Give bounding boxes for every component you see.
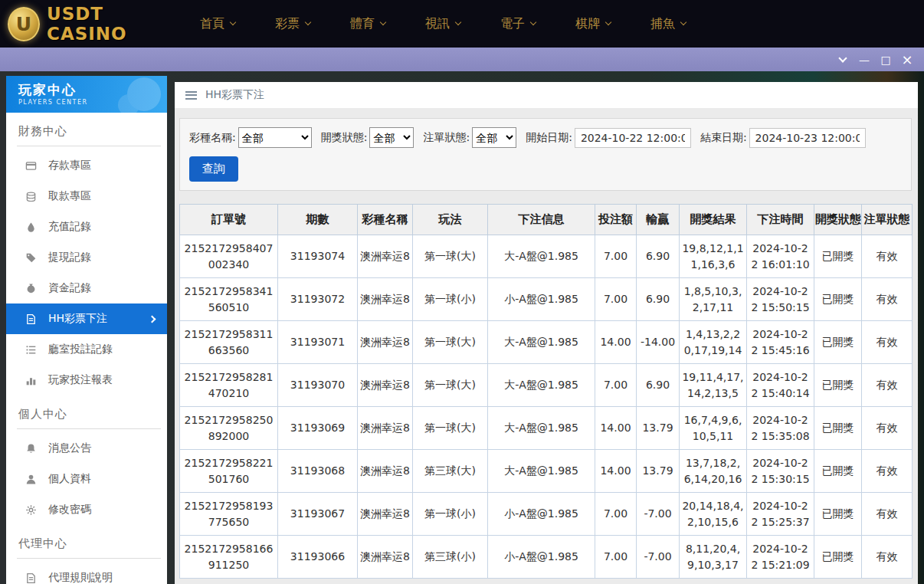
sidebar-item[interactable]: 廳室投註記錄 [6,334,167,365]
cell-bet_info: 大-A盤@1.985 [488,235,595,278]
filter-row: 彩種名稱: 全部 開獎狀態: 全部 注單狀態: 全部 開始日期: 結束日期: [189,127,902,148]
breadcrumb: HH彩票下注 [175,82,918,108]
cell-bet_info: 大-A盤@1.985 [488,364,595,407]
window-titlebar: — □ × [0,48,924,71]
sidebar-item-label: 存款專區 [48,159,91,172]
cell-amount: 7.00 [595,235,637,278]
cell-time: 2024-10-22 15:50:15 [747,278,814,321]
search-button[interactable]: 查詢 [189,156,238,182]
column-header-bet_status: 注單狀態 [862,205,913,235]
sidebar-section-title: 個人中心 [17,395,161,429]
top-nav-item[interactable]: 棋牌 [575,16,611,32]
sidebar-item[interactable]: 修改密碼 [6,494,167,525]
top-nav-item[interactable]: 首頁 [200,16,235,32]
sidebar-section: 代理中心代理規則說明 [6,525,167,584]
sidebar-item[interactable]: 提現記錄 [6,242,167,273]
cell-lottery: 澳洲幸运8 [358,493,413,536]
cell-lottery: 澳洲幸运8 [358,321,413,364]
sidebar-item-label: 取款專區 [48,189,91,203]
sidebar-item-label: 消息公告 [48,441,91,455]
top-nav-item[interactable]: 彩票 [275,16,310,32]
gear-icon [25,504,38,517]
top-nav-item-label: 體育 [350,16,375,32]
draw-status-select[interactable]: 全部 [369,127,414,148]
column-header-order: 訂單號 [180,205,278,235]
workspace: 玩家中心 PLAYERS CENTER 財務中心存款專區取款專區充值記錄提現記錄… [0,71,924,584]
table-row: 215217295828147021031193070澳洲幸运8第一球(大)大-… [180,364,913,407]
sidebar-item-label: HH彩票下注 [48,312,107,326]
table-row: 215217295840700234031193074澳洲幸运8第一球(大)大-… [180,235,913,278]
cell-amount: 14.00 [595,450,637,493]
cell-order: 2152172958281470210 [180,364,278,407]
bet-status-select[interactable]: 全部 [472,127,516,148]
top-nav-item[interactable]: 電子 [500,16,536,32]
sidebar-subtitle: PLAYERS CENTER [18,99,167,106]
column-header-result: 開獎結果 [680,205,747,235]
top-nav-item[interactable]: 捕魚 [650,16,686,32]
cell-lottery: 澳洲幸运8 [358,450,413,493]
sidebar-item[interactable]: 玩家投注報表 [6,365,167,395]
bell-icon [25,442,38,455]
window-minimize-button[interactable]: — [854,48,875,71]
table-row: 215217295825089200031193069澳洲幸运8第一球(大)大-… [180,407,913,450]
cell-amount: 7.00 [595,278,637,321]
sidebar-item[interactable]: 消息公告 [6,433,167,464]
cell-bet_info: 大-A盤@1.985 [488,321,595,364]
cell-lottery: 澳洲幸运8 [358,278,413,321]
column-header-bet_info: 下注信息 [488,205,595,235]
cell-time: 2024-10-22 16:01:10 [747,235,814,278]
cell-draw_status: 已開獎 [814,450,862,493]
cell-order: 2152172958221501760 [180,450,278,493]
cell-result: 19,8,12,1,11,16,3,6 [680,235,747,278]
hamburger-icon[interactable] [185,91,197,100]
logo-coin-icon: U [8,7,40,41]
cell-period: 31193070 [278,364,358,407]
cell-play: 第一球(大) [413,364,488,407]
window-maximize-button[interactable]: □ [875,48,896,71]
window-close-button[interactable]: × [896,48,918,71]
recharge-record-icon [25,221,38,234]
sidebar-title: 玩家中心 [18,81,167,99]
cell-play: 第一球(大) [413,235,488,278]
chevron-right-icon [149,315,156,323]
sidebar-item[interactable]: 代理規則說明 [6,563,167,584]
sidebar-item[interactable]: 取款專區 [6,181,167,212]
top-nav-item[interactable]: 視訊 [425,16,460,32]
cell-lottery: 澳洲幸运8 [358,235,413,278]
end-date-input[interactable] [749,128,866,148]
start-date-input[interactable] [575,128,691,148]
deposit-card-icon [25,159,38,172]
logo-text: USDT CASINO [47,4,180,44]
cell-period: 31193074 [278,235,358,278]
cell-order: 2152172958341560510 [180,278,278,321]
top-nav-item-label: 捕魚 [650,16,675,32]
sidebar-item[interactable]: 資金記錄 [6,273,167,303]
cell-win_loss: 13.79 [637,407,680,450]
top-nav-item-label: 彩票 [275,16,300,32]
cell-win_loss: -7.00 [637,536,680,579]
table-row: 215217295831166356031193071澳洲幸运8第一球(大)大-… [180,321,913,364]
table-row: 215217295819377565031193067澳洲幸运8第一球(小)小-… [180,493,913,536]
cell-bet_status: 有效 [862,235,913,278]
sidebar-item[interactable]: HH彩票下注 [6,303,167,334]
cell-play: 第三球(小) [413,536,488,579]
cell-draw_status: 已開獎 [814,235,862,278]
column-header-win_loss: 輸贏 [637,205,680,235]
cell-amount: 14.00 [595,407,637,450]
start-date-label: 開始日期: [526,131,572,145]
cell-win_loss: 6.90 [637,278,680,321]
top-navigation: U USDT CASINO 首頁彩票體育視訊電子棋牌捕魚 [0,0,924,48]
main-content: HH彩票下注 彩種名稱: 全部 開獎狀態: 全部 注單狀態: 全部 開始日期: … [175,82,918,584]
sidebar: 玩家中心 PLAYERS CENTER 財務中心存款專區取款專區充值記錄提現記錄… [6,76,167,584]
window-collapse-button[interactable] [832,48,854,71]
table-row: 215217295816691125031193066澳洲幸运8第三球(小)小-… [180,536,913,579]
sidebar-item[interactable]: 存款專區 [6,150,167,181]
lottery-name-select[interactable]: 全部 [238,127,312,148]
cell-time: 2024-10-22 15:35:08 [747,407,814,450]
cell-bet_info: 小-A盤@1.985 [488,493,595,536]
top-nav-item[interactable]: 體育 [350,16,385,32]
cell-order: 2152172958166911250 [180,536,278,579]
sidebar-item[interactable]: 充值記錄 [6,212,167,242]
cell-order: 2152172958250892000 [180,407,278,450]
sidebar-item[interactable]: 個人資料 [6,464,167,494]
